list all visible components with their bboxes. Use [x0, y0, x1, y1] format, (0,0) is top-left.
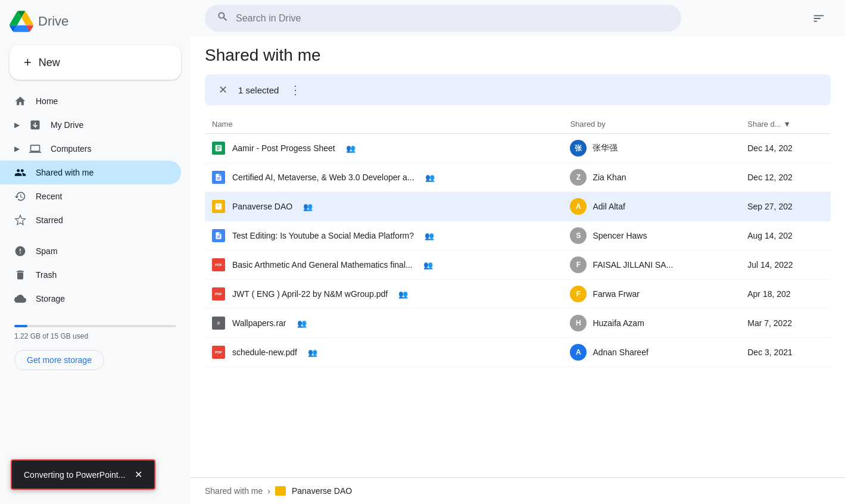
date-cell: Dec 12, 202 — [740, 163, 831, 192]
app-name: Drive — [38, 14, 68, 29]
shared-icon: 👥 — [346, 144, 356, 153]
file-name-cell: Aamir - Post Progess Sheet 👥 — [205, 134, 563, 163]
file-name-cell: ≡ Wallpapers.rar 👥 — [205, 309, 563, 338]
breadcrumb-folder-name: Panaverse DAO — [292, 486, 352, 496]
table-row[interactable]: PDF JWT ( ENG ) April-22 by N&M wGroup.p… — [205, 280, 831, 309]
sidebar-item-shared-with-me[interactable]: Shared with me — [0, 161, 181, 184]
table-row[interactable]: Aamir - Post Progess Sheet 👥 张 张华强 Dec 1… — [205, 134, 831, 163]
star-icon — [14, 214, 26, 226]
sidebar-item-recent[interactable]: Recent — [0, 184, 181, 208]
sidebar-item-label: Shared with me — [36, 168, 93, 177]
avatar: H — [570, 315, 587, 331]
sidebar-item-label: Spam — [36, 246, 58, 256]
owner-name: Spencer Haws — [593, 231, 647, 240]
filter-button[interactable] — [807, 7, 831, 30]
search-bar[interactable] — [205, 5, 681, 32]
storage-info: 1.22 GB of 15 GB used Get more storage — [0, 315, 191, 375]
owner-cell: A Adnan Shareef — [563, 338, 740, 367]
toast-notification: Converting to PowerPoint... ✕ — [11, 459, 155, 490]
breadcrumb-separator: › — [267, 486, 270, 496]
table-row[interactable]: PDF Basic Arthmetic And General Mathemat… — [205, 251, 831, 280]
storage-bar-background — [14, 325, 176, 327]
date-cell: Dec 3, 2021 — [740, 338, 831, 367]
recent-icon — [14, 190, 26, 202]
file-name-cell: PDF JWT ( ENG ) April-22 by N&M wGroup.p… — [205, 280, 563, 309]
file-name: Test Editing: Is Youtube a Social Media … — [232, 231, 414, 240]
shared-icon: 👥 — [308, 348, 317, 357]
search-icon — [217, 11, 229, 26]
owner-cell: S Spencer Haws — [563, 221, 740, 251]
avatar: 张 — [570, 140, 587, 156]
new-button[interactable]: + New — [10, 45, 181, 80]
owner-cell: A Adil Altaf — [563, 192, 740, 221]
sidebar-item-home[interactable]: Home — [0, 89, 181, 113]
avatar: Z — [570, 169, 587, 186]
owner-cell: F FAISAL JILLANI SA... — [563, 251, 740, 280]
owner-name: Adil Altaf — [593, 202, 625, 211]
sidebar-item-spam[interactable]: Spam — [0, 239, 181, 263]
avatar: A — [570, 344, 587, 361]
sidebar-item-label: Computers — [51, 144, 91, 154]
new-button-label: New — [39, 57, 60, 69]
content-area: Shared with me ✕ 1 selected ⋮ Name Share… — [191, 36, 845, 504]
file-name: schedule-new.pdf — [232, 348, 297, 357]
close-selection-button[interactable]: ✕ — [214, 82, 231, 98]
my-drive-icon — [29, 119, 41, 131]
shared-icon: 👥 — [425, 173, 435, 182]
date-cell: Sep 27, 202 — [740, 192, 831, 221]
file-name-cell: PDF Basic Arthmetic And General Mathemat… — [205, 251, 563, 280]
file-name: Certified AI, Metaverse, & Web 3.0 Devel… — [232, 173, 414, 182]
avatar: F — [570, 286, 587, 302]
table-row[interactable]: PDF schedule-new.pdf 👥 A Adnan Shareef D… — [205, 338, 831, 367]
page-title: Shared with me — [205, 46, 831, 65]
storage-bar-fill — [14, 325, 27, 327]
table-row[interactable]: ≡ Wallpapers.rar 👥 H Huzaifa Azam Mar 7,… — [205, 309, 831, 338]
spam-icon — [14, 245, 26, 257]
date-cell: Aug 14, 202 — [740, 221, 831, 251]
shared-with-me-icon — [14, 167, 26, 179]
sidebar-item-my-drive[interactable]: ▶ My Drive — [0, 113, 181, 137]
date-cell: Mar 7, 2022 — [740, 309, 831, 338]
table-row[interactable]: Certified AI, Metaverse, & Web 3.0 Devel… — [205, 163, 831, 192]
col-date: Share d... ▼ — [740, 115, 831, 134]
trash-icon — [14, 269, 26, 281]
sidebar-item-storage[interactable]: Storage — [0, 287, 181, 311]
sidebar-item-label: Recent — [36, 192, 62, 201]
more-options-button[interactable]: ⋮ — [286, 80, 305, 99]
file-name-cell: Certified AI, Metaverse, & Web 3.0 Devel… — [205, 163, 563, 192]
table-row[interactable]: Panaverse DAO 👥 A Adil Altaf Sep 27, 202 — [205, 192, 831, 221]
sidebar-item-label: My Drive — [51, 120, 83, 130]
storage-text: 1.22 GB of 15 GB used — [14, 332, 176, 340]
col-shared-by: Shared by — [563, 115, 740, 134]
storage-icon — [14, 293, 26, 305]
sidebar-item-computers[interactable]: ▶ Computers — [0, 137, 181, 161]
owner-name: 张华强 — [593, 143, 618, 154]
table-header-row: Name Shared by Share d... ▼ — [205, 115, 831, 134]
arrow-icon: ▶ — [14, 121, 20, 129]
table-row[interactable]: Test Editing: Is Youtube a Social Media … — [205, 221, 831, 251]
shared-icon: 👥 — [398, 290, 408, 299]
home-icon — [14, 95, 26, 107]
file-name-cell: Panaverse DAO 👥 — [205, 192, 563, 221]
owner-cell: F Farwa Frwar — [563, 280, 740, 309]
col-name: Name — [205, 115, 563, 134]
search-input[interactable] — [236, 13, 669, 24]
file-name-cell: PDF schedule-new.pdf 👥 — [205, 338, 563, 367]
date-cell: Dec 14, 202 — [740, 134, 831, 163]
avatar: A — [570, 198, 587, 215]
computers-icon — [29, 143, 41, 155]
get-more-storage-button[interactable]: Get more storage — [14, 350, 104, 370]
sidebar-item-trash[interactable]: Trash — [0, 263, 181, 287]
toast-message: Converting to PowerPoint... — [24, 470, 125, 480]
shared-icon: 👥 — [297, 319, 307, 328]
shared-icon: 👥 — [423, 261, 433, 270]
toast-close-button[interactable]: ✕ — [135, 469, 142, 480]
sidebar-item-label: Starred — [36, 215, 63, 225]
owner-cell: 张 张华强 — [563, 134, 740, 163]
date-cell: Apr 18, 202 — [740, 280, 831, 309]
plus-icon: + — [24, 55, 32, 70]
sidebar-item-starred[interactable]: Starred — [0, 208, 181, 232]
sidebar-item-label: Home — [36, 96, 58, 106]
main-content: Shared with me ✕ 1 selected ⋮ Name Share… — [191, 0, 845, 504]
sidebar-item-label: Storage — [36, 294, 65, 303]
